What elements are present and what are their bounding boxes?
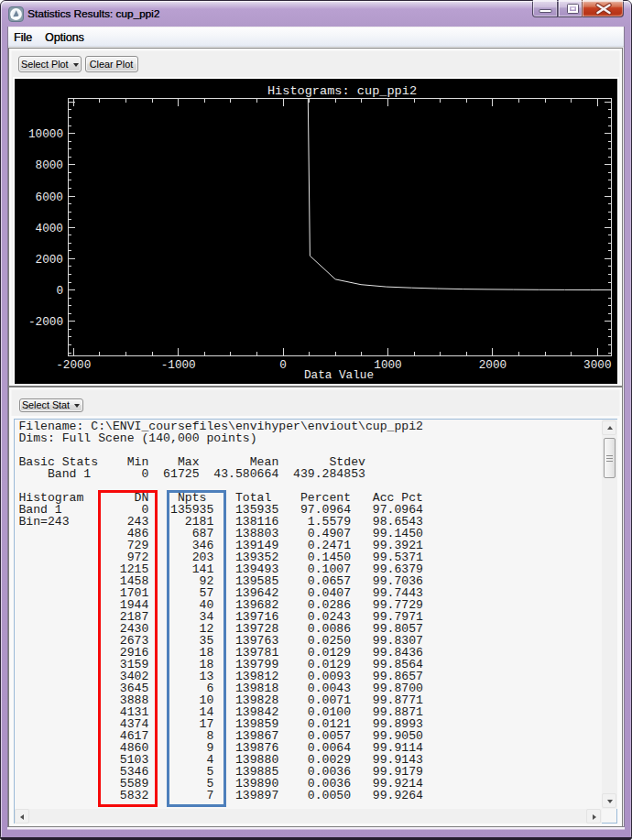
svg-text:6000: 6000 bbox=[36, 191, 63, 204]
svg-text:Data Value: Data Value bbox=[304, 368, 374, 382]
svg-text:Histograms: cup_ppi2: Histograms: cup_ppi2 bbox=[267, 84, 417, 98]
svg-text:2000: 2000 bbox=[36, 253, 63, 267]
svg-text:8000: 8000 bbox=[36, 158, 63, 172]
svg-text:0: 0 bbox=[56, 284, 63, 298]
svg-text:0: 0 bbox=[279, 358, 287, 372]
svg-text:1000: 1000 bbox=[374, 358, 401, 372]
svg-text:10000: 10000 bbox=[28, 127, 63, 141]
svg-text:3000: 3000 bbox=[583, 358, 611, 372]
svg-text:2000: 2000 bbox=[479, 358, 507, 372]
svg-text:-2000: -2000 bbox=[56, 358, 91, 372]
svg-text:4000: 4000 bbox=[36, 222, 63, 235]
svg-text:-1000: -1000 bbox=[161, 358, 196, 372]
svg-text:-2000: -2000 bbox=[28, 315, 63, 329]
